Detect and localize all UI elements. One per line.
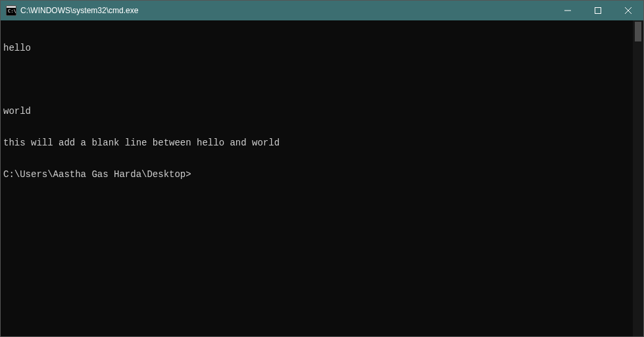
minimize-button[interactable] — [553, 1, 583, 20]
terminal-output[interactable]: hello world this will add a blank line b… — [1, 20, 633, 336]
output-line — [3, 74, 630, 85]
prompt-path: C:\Users\Aastha Gas Harda\Desktop> — [3, 169, 191, 180]
titlebar[interactable]: C:\ C:\WINDOWS\system32\cmd.exe — [1, 1, 643, 20]
close-button[interactable] — [613, 1, 643, 20]
output-line: world — [3, 106, 630, 117]
vertical-scrollbar[interactable] — [633, 20, 643, 336]
svg-text:C:\: C:\ — [8, 9, 16, 14]
output-line: hello — [3, 43, 630, 53]
scrollbar-thumb[interactable] — [635, 22, 641, 41]
svg-rect-1 — [7, 6, 16, 8]
terminal-area: hello world this will add a blank line b… — [1, 20, 643, 336]
output-line: this will add a blank line between hello… — [3, 138, 630, 148]
window-title: C:\WINDOWS\system32\cmd.exe — [20, 6, 138, 15]
prompt-line: C:\Users\Aastha Gas Harda\Desktop> — [3, 169, 630, 180]
cmd-icon: C:\ — [6, 5, 16, 16]
cmd-window: C:\ C:\WINDOWS\system32\cmd.exe hello wo… — [0, 0, 644, 337]
maximize-button[interactable] — [583, 1, 613, 20]
svg-rect-4 — [595, 8, 601, 14]
